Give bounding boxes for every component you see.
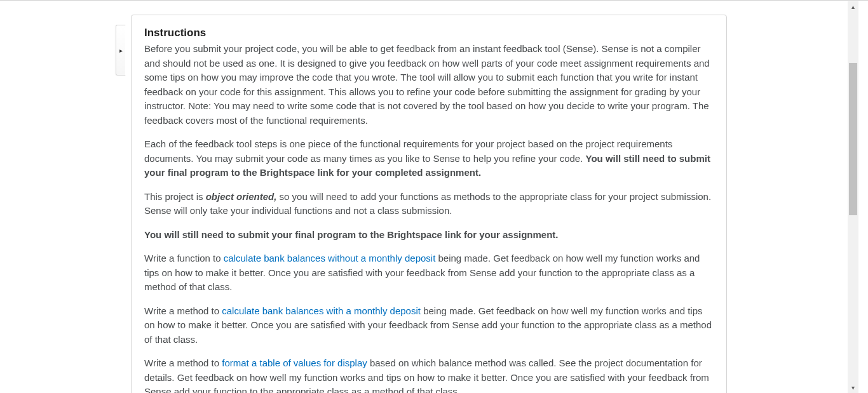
task-3-lead: Write a method to xyxy=(144,357,222,368)
instructions-panel: Instructions Before you submit your proj… xyxy=(131,15,727,393)
scroll-thumb[interactable] xyxy=(849,63,857,215)
scroll-up-arrow-icon[interactable]: ▴ xyxy=(848,1,858,12)
task-2-link[interactable]: calculate bank balances with a monthly d… xyxy=(222,305,421,316)
paragraph-3-lead: This project is xyxy=(144,191,206,202)
chevron-right-icon: ▸ xyxy=(119,47,123,54)
task-1-link[interactable]: calculate bank balances without a monthl… xyxy=(224,253,436,263)
instructions-paragraph-3: This project is object oriented, so you … xyxy=(144,190,714,218)
paragraph-3-bolditalic: object oriented, xyxy=(206,191,277,202)
instructions-paragraph-1: Before you submit your project code, you… xyxy=(144,42,714,128)
paragraph-4-bold: You will still need to submit your final… xyxy=(144,229,558,240)
scroll-track[interactable] xyxy=(848,12,858,382)
task-1-paragraph: Write a function to calculate bank balan… xyxy=(144,251,714,295)
task-3-paragraph: Write a method to format a table of valu… xyxy=(144,356,714,393)
task-1-lead: Write a function to xyxy=(144,253,224,263)
instructions-paragraph-4: You will still need to submit your final… xyxy=(144,228,714,243)
page-wrap: ▸ Instructions Before you submit your pr… xyxy=(0,1,858,393)
task-2-lead: Write a method to xyxy=(144,305,222,316)
instructions-heading: Instructions xyxy=(144,27,714,39)
task-2-paragraph: Write a method to calculate bank balance… xyxy=(144,304,714,347)
task-3-link[interactable]: format a table of values for display xyxy=(222,357,367,368)
vertical-scrollbar[interactable]: ▴ ▾ xyxy=(848,1,858,393)
scroll-down-arrow-icon[interactable]: ▾ xyxy=(848,382,858,393)
sidebar-expand-tab[interactable]: ▸ xyxy=(116,25,126,76)
instructions-paragraph-2: Each of the feedback tool steps is one p… xyxy=(144,137,714,180)
